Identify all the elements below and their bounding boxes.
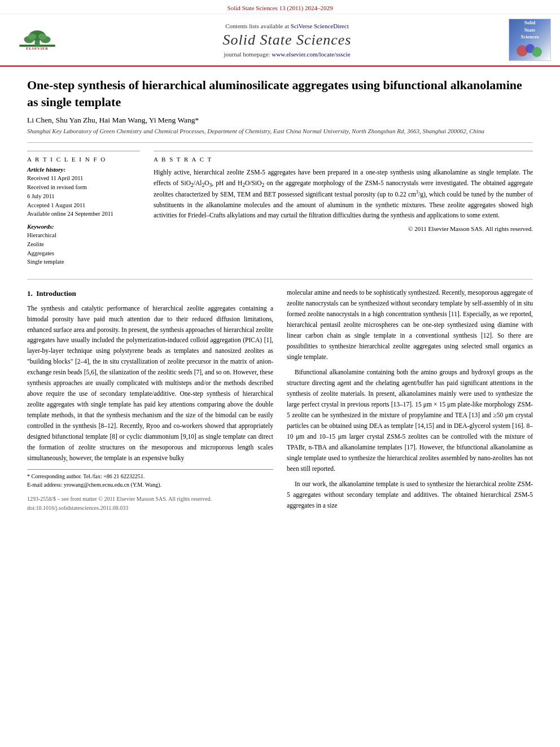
journal-logo-row: ELSEVIER Contents lists available at Sci… bbox=[0, 14, 560, 65]
keyword-2: Zeolite bbox=[27, 240, 140, 249]
footnote-area: * Corresponding author. Tel./fax: +86 21… bbox=[27, 469, 273, 489]
svg-point-10 bbox=[532, 47, 542, 57]
accepted-date: Accepted 1 August 2011 bbox=[27, 201, 140, 210]
abstract-section: A B S T R A C T Highly active, hierarchi… bbox=[154, 151, 533, 271]
intro-para-1: The synthesis and catalytic performance … bbox=[27, 303, 273, 464]
issn: 1293-2558/$ – see front matter © 2011 El… bbox=[27, 495, 273, 504]
journal-header: Solid State Sciences 13 (2011) 2024–2029… bbox=[0, 0, 560, 67]
sciverse-line: Contents lists available at SciVerse Sci… bbox=[77, 23, 497, 29]
keywords-section: Keywords: Hierarchical Zeolite Aggregate… bbox=[27, 223, 140, 267]
abstract-text: Highly active, hierarchical zeolite ZSM-… bbox=[154, 167, 533, 220]
article-info-abstract-row: A R T I C L E I N F O Article history: R… bbox=[27, 151, 533, 271]
footnote-email: E-mail address: yrowang@chem.ecnu.edu.cn… bbox=[27, 480, 273, 489]
right-para-1: molecular amine and needs to be sophisti… bbox=[287, 287, 533, 362]
received-date: Received 11 April 2011 bbox=[27, 174, 140, 183]
intro-label: Introduction bbox=[36, 289, 76, 298]
doi: doi:10.1016/j.solidstatesciences.2011.08… bbox=[27, 504, 273, 513]
intro-number: 1. bbox=[27, 289, 33, 298]
journal-homepage: journal homepage: www.elsevier.com/locat… bbox=[77, 51, 497, 58]
journal-thumbnail: SolidStateSciences bbox=[509, 19, 551, 61]
affiliation: Shanghai Key Laboratory of Green Chemist… bbox=[27, 128, 533, 134]
elsevier-tree-icon: ELSEVIER bbox=[15, 29, 60, 51]
footnote-corresponding: * Corresponding author. Tel./fax: +86 21… bbox=[27, 472, 273, 480]
authors: Li Chen, Shu Yan Zhu, Hai Man Wang, Yi M… bbox=[27, 116, 533, 125]
revised-label: Received in revised form bbox=[27, 183, 140, 192]
right-para-3: In our work, the alkanolamine template i… bbox=[287, 479, 533, 511]
article-info: A R T I C L E I N F O Article history: R… bbox=[27, 151, 140, 271]
svg-point-6 bbox=[38, 33, 46, 40]
homepage-link: www.elsevier.com/locate/ssscie bbox=[272, 51, 350, 58]
article-history: Article history: Received 11 April 2011 … bbox=[27, 166, 140, 219]
copyright: © 2011 Elsevier Masson SAS. All rights r… bbox=[154, 225, 533, 232]
journal-title: Solid State Sciences bbox=[77, 32, 497, 49]
revised-date: 6 July 2011 bbox=[27, 192, 140, 201]
divider-1 bbox=[27, 142, 533, 143]
svg-text:ELSEVIER: ELSEVIER bbox=[26, 46, 48, 50]
right-para-2: Bifunctional alkanolamine containing bot… bbox=[287, 367, 533, 474]
journal-center: Contents lists available at SciVerse Sci… bbox=[65, 23, 509, 58]
intro-title: 1. Introduction bbox=[27, 287, 273, 299]
content-area: One-step synthesis of hierarchical alumi… bbox=[0, 67, 560, 526]
keyword-3: Aggregates bbox=[27, 249, 140, 258]
elsevier-logo: ELSEVIER bbox=[9, 24, 65, 55]
svg-point-5 bbox=[28, 33, 36, 40]
bottom-bar: 1293-2558/$ – see front matter © 2011 El… bbox=[27, 495, 273, 513]
keyword-4: Single template bbox=[27, 257, 140, 267]
online-date: Available online 24 September 2011 bbox=[27, 209, 140, 219]
sciverse-prefix: Contents lists available at bbox=[225, 23, 290, 29]
journal-thumb-text: SolidStateSciences bbox=[512, 19, 548, 61]
homepage-prefix: journal homepage: bbox=[224, 51, 272, 58]
paper-title: One-step synthesis of hierarchical alumi… bbox=[27, 77, 533, 110]
body-left-column: 1. Introduction The synthesis and cataly… bbox=[27, 287, 273, 515]
article-info-title: A R T I C L E I N F O bbox=[27, 156, 140, 163]
journal-top-bar: Solid State Sciences 13 (2011) 2024–2029 bbox=[0, 3, 560, 14]
abstract-title: A B S T R A C T bbox=[154, 156, 533, 163]
body-right-column: molecular amine and needs to be sophisti… bbox=[287, 287, 533, 515]
author-list: Li Chen, Shu Yan Zhu, Hai Man Wang, Yi M… bbox=[27, 116, 199, 124]
journal-citation: Solid State Sciences 13 (2011) 2024–2029 bbox=[228, 5, 333, 11]
sciverse-link-text: SciVerse ScienceDirect bbox=[291, 23, 349, 29]
body-section: 1. Introduction The synthesis and cataly… bbox=[27, 287, 533, 515]
divider-2 bbox=[27, 279, 533, 279]
keywords-title: Keywords: bbox=[27, 223, 140, 230]
history-title: Article history: bbox=[27, 166, 140, 173]
keyword-1: Hierarchical bbox=[27, 231, 140, 240]
